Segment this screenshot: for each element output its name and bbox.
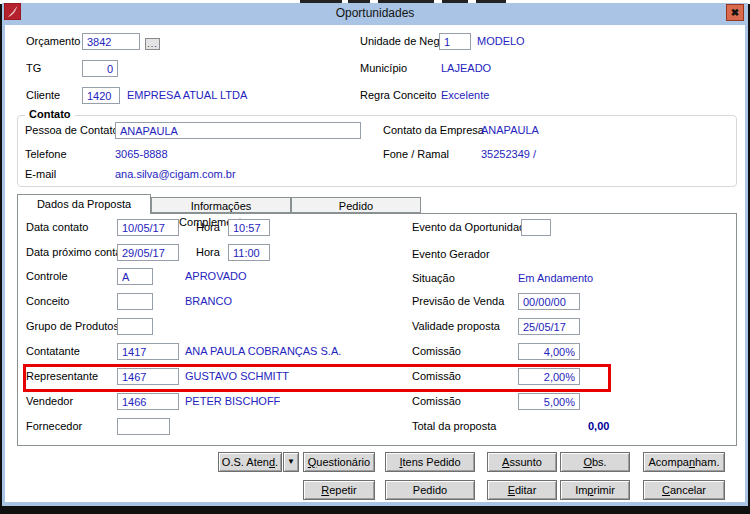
validade-proposta-input[interactable] [518, 318, 580, 335]
fone-ramal-value: 35252349 / [481, 146, 536, 163]
oportunidades-dialog: Oportunidades ✖ Orçamento ... TG Cliente… [2, 3, 748, 506]
os-atend-dropdown-button[interactable]: ▼ [283, 452, 299, 472]
evento-gerador-label: Evento Gerador [412, 246, 490, 263]
tab-pedido[interactable]: Pedido [291, 197, 421, 213]
conceito-desc: BRANCO [185, 293, 232, 310]
contato-legend: Contato [25, 108, 75, 120]
cliente-name: EMPRESA ATUAL LTDA [127, 87, 247, 104]
tg-input[interactable] [82, 60, 118, 77]
data-proximo-contato-input[interactable] [117, 244, 179, 261]
evento-oportunidade-label: Evento da Oportunidade [412, 219, 531, 236]
grupo-produtos-label: Grupo de Produtos [26, 318, 119, 335]
contato-empresa-value: ANAPAULA [481, 122, 539, 139]
email-label: E-mail [25, 166, 56, 183]
itens-pedido-button[interactable]: Itens Pedido [385, 452, 475, 472]
comissao-vendedor-label: Comissão [412, 393, 461, 410]
situacao-value: Em Andamento [518, 270, 593, 287]
conceito-label: Conceito [26, 293, 69, 310]
contato-empresa-label: Contato da Empresa [383, 122, 484, 139]
dialog-titlebar[interactable]: Oportunidades ✖ [2, 3, 748, 25]
conceito-input[interactable] [117, 293, 153, 310]
cliente-input[interactable] [82, 87, 120, 104]
total-proposta-label: Total da proposta [412, 418, 496, 435]
hora-contato-input[interactable] [228, 219, 270, 236]
controle-input[interactable] [117, 268, 153, 285]
contatante-label: Contatante [26, 343, 80, 360]
grupo-produtos-input[interactable] [117, 318, 153, 335]
editar-button[interactable]: Editar [487, 480, 557, 500]
comissao-vendedor-input[interactable] [518, 393, 580, 410]
dialog-title: Oportunidades [2, 6, 748, 20]
telefone-value: 3065-8888 [115, 146, 168, 163]
telefone-label: Telefone [25, 146, 67, 163]
comissao-representante-input[interactable] [518, 368, 580, 385]
comissao-contatante-label: Comissão [412, 343, 461, 360]
representante-label: Representante [26, 368, 98, 385]
municipio-value: LAJEADO [441, 60, 491, 77]
data-proximo-contato-label: Data próximo contato [26, 244, 131, 261]
os-atend-button[interactable]: O.S. Atend. [218, 452, 282, 472]
representante-input[interactable] [117, 368, 179, 385]
controle-label: Controle [26, 268, 68, 285]
hora-contato-label: Hora [196, 219, 220, 236]
unidade-neg-input[interactable] [439, 33, 471, 50]
cancelar-button[interactable]: Cancelar [643, 480, 725, 500]
orcamento-lookup-button[interactable]: ... [145, 38, 160, 50]
hora-proximo-label: Hora [196, 244, 220, 261]
vendedor-label: Vendedor [26, 393, 73, 410]
contatante-input[interactable] [117, 343, 179, 360]
fone-ramal-label: Fone / Ramal [383, 146, 449, 163]
obs-button[interactable]: Obs. [560, 452, 630, 472]
dialog-body: Orçamento ... TG Cliente EMPRESA ATUAL L… [5, 25, 745, 502]
email-value: ana.silva@cigam.com.br [115, 166, 236, 183]
orcamento-input[interactable] [82, 33, 140, 50]
vendedor-desc: PETER BISCHOFF [185, 393, 280, 410]
comissao-contatante-input[interactable] [518, 343, 580, 360]
acompanham-button[interactable]: Acompanham. [643, 452, 725, 472]
close-icon: ✖ [731, 7, 739, 18]
fornecedor-input[interactable] [117, 418, 170, 435]
municipio-label: Município [360, 60, 407, 77]
assunto-button[interactable]: Assunto [487, 452, 557, 472]
previsao-venda-label: Previsão de Venda [412, 293, 504, 310]
regra-conceito-value: Excelente [441, 87, 489, 104]
comissao-representante-label: Comissão [412, 368, 461, 385]
orcamento-label: Orçamento [26, 33, 80, 50]
tab-dados-da-proposta[interactable]: Dados da Proposta [17, 194, 151, 214]
screen: Oportunidades ✖ Orçamento ... TG Cliente… [0, 0, 750, 514]
evento-oportunidade-input[interactable] [521, 219, 551, 236]
hora-proximo-input[interactable] [228, 244, 270, 261]
validade-proposta-label: Validade proposta [412, 318, 500, 335]
tg-label: TG [26, 60, 41, 77]
imprimir-button[interactable]: Imprimir [560, 480, 630, 500]
controle-desc: APROVADO [185, 268, 247, 285]
repetir-button[interactable]: Repetir [303, 480, 375, 500]
contatante-desc: ANA PAULA COBRANÇAS S.A. [185, 343, 341, 360]
chevron-down-icon: ▼ [287, 457, 295, 466]
close-button[interactable]: ✖ [726, 4, 744, 21]
pessoa-contato-label: Pessoa de Contato [25, 122, 119, 139]
pedido-button[interactable]: Pedido [385, 480, 475, 500]
total-proposta-value: 0,00 [588, 418, 609, 435]
data-contato-label: Data contato [26, 219, 88, 236]
vendedor-input[interactable] [117, 393, 179, 410]
questionario-button[interactable]: Questionário [303, 452, 375, 472]
unidade-neg-label: Unidade de Neg. [360, 33, 443, 50]
cliente-label: Cliente [26, 87, 60, 104]
data-contato-input[interactable] [117, 219, 179, 236]
regra-conceito-label: Regra Conceito [360, 87, 436, 104]
representante-desc: GUSTAVO SCHMITT [185, 368, 289, 385]
tab-informacoes-complementares[interactable]: Informações Complementares [151, 197, 291, 213]
fornecedor-label: Fornecedor [26, 418, 82, 435]
previsao-venda-input[interactable] [518, 293, 580, 310]
unidade-neg-name: MODELO [477, 33, 525, 50]
pessoa-contato-input[interactable] [115, 122, 361, 139]
situacao-label: Situação [412, 270, 455, 287]
